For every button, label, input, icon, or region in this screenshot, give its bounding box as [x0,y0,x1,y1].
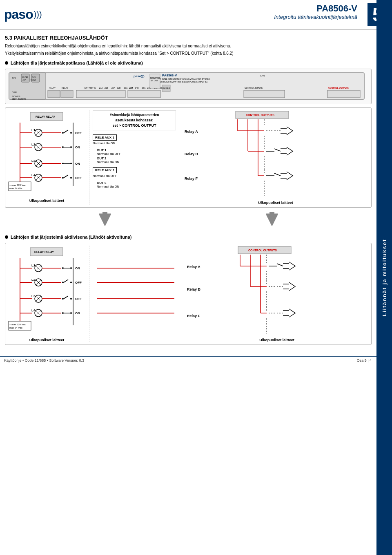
footer-left: Käyttöohje • Code 11/685 • Software Vers… [4,358,84,363]
svg-text:L2: L2 [31,278,36,282]
main-content: 5.3 PAIKALLISET RELEOHJAUSLÄHDÖT Releohj… [0,30,392,352]
svg-text:ON: ON [12,77,16,79]
diagram1-middle: Esimerkkejä lähtöparametrienasetuksesta … [89,110,179,205]
svg-line-136 [64,280,68,282]
diagram2-right-relays: CONTROL OUTPUTS Relay A Re [185,246,369,336]
wiring-diagram-2: RELAY RELAY L1 ON [5,243,372,345]
svg-text:max 24 Vdc: max 24 Vdc [9,187,22,190]
svg-point-145 [70,298,72,300]
svg-text:RELAY: RELAY [49,87,56,89]
svg-text:L4: L4 [31,309,36,312]
device-svg: ON OFF POWER 230V~ 50/60Hz FUSE 32A 24V … [7,71,366,101]
param-title: Esimerkkejä lähtöparametrienasetuksesta … [93,110,176,130]
svg-rect-21 [76,90,125,98]
out2-state: Normaali tila ON [97,160,176,164]
svg-point-44 [62,132,64,134]
svg-point-45 [70,132,72,134]
svg-text:Relay F: Relay F [185,177,198,181]
svg-text:L4: L4 [31,173,36,177]
out6-label: OUT 6 [97,181,176,185]
svg-text:CONTROL OUTPUTS: CONTROL OUTPUTS [248,249,277,252]
arrow-down-2 [264,212,280,229]
svg-text:CONTROL INPUTS: CONTROL INPUTS [245,87,263,89]
svg-point-65 [70,163,72,164]
diagram1-right: CONTROL OUTPUTS Relay A [179,110,369,205]
svg-text:230V~ 50/60Hz: 230V~ 50/60Hz [12,98,26,100]
diagram2-left: RELAY RELAY L1 ON [8,246,89,342]
svg-point-144 [62,298,64,300]
svg-text:OFF: OFF [75,176,82,180]
svg-point-134 [62,282,64,283]
svg-rect-27 [327,90,360,98]
svg-line-46 [64,130,68,133]
rele-aux-2: RELE AUX 2 Normaali tila OFF [93,167,176,178]
ulkopuoliset-2-left: Ulkopuoliset laitteet [8,338,86,342]
logo-text: paso [4,7,33,22]
svg-point-74 [62,177,64,179]
bullet-dot-2 [5,235,8,239]
svg-text:Relay A: Relay A [187,265,200,269]
svg-text:OFF: OFF [75,297,82,301]
svg-text:paso))): paso))) [134,74,145,78]
svg-rect-23 [128,90,160,98]
svg-point-75 [70,177,72,179]
svg-marker-112 [266,214,278,226]
svg-point-54 [62,146,64,148]
svg-rect-111 [102,212,107,215]
svg-text:PA8506-V: PA8506-V [162,74,177,77]
svg-text:BF OUT: BF OUT [151,79,158,82]
svg-point-154 [62,312,64,314]
control-outputs-terminal: CONTROL OUTPUTS Relay A [183,110,369,199]
switch-circuit-svg: RELAY RELAY L1 [8,110,85,196]
svg-text:OFF: OFF [12,91,17,94]
svg-text:ON: ON [75,162,80,166]
arrow-svg-1 [97,212,113,228]
rele-aux-2-label: RELE AUX 2 [93,167,117,173]
svg-rect-25 [244,90,285,98]
bullet-heading-1: Lähtöjen tila järjestelmälepotilassa (Lä… [5,60,372,65]
svg-text:ON: ON [75,311,80,315]
bullet-dot-1 [5,61,8,65]
svg-text:ON: ON [75,145,80,149]
section-desc2: Yksityiskohtaisemmin relelähtöjen ohjelm… [5,51,372,56]
svg-line-146 [64,296,68,299]
svg-text:L1: L1 [31,128,36,132]
product-model: PA8506-V [274,3,357,14]
out2-group: OUT 2 Normaali tila ON [93,157,176,164]
svg-line-171 [277,264,283,266]
footer-right: Osa 5 | 4 [357,358,372,363]
arrows-section [5,210,372,231]
svg-point-124 [62,267,64,269]
svg-text:CONTROL OUTPUTS: CONTROL OUTPUTS [328,87,349,89]
diagram1-left-terminal: RELAY RELAY L1 [8,110,86,197]
side-tab: Liitännät ja mitoitukset [376,0,392,555]
svg-rect-18 [61,90,73,98]
product-subtitle: Integroitu äänievakuointijärjestelmä [274,14,357,20]
wiring-diagram-1: RELAY RELAY L1 [5,107,372,208]
svg-text:RELAY   RELAY: RELAY RELAY [36,115,55,118]
svg-text:CONTROL OUTPUTS: CONTROL OUTPUTS [246,114,274,116]
logo-waves: ))) [34,10,42,19]
out1-state: Normaali tila OFF [97,152,176,156]
diagram1-left: RELAY RELAY L1 [8,110,89,205]
ulkopuoliset-1-right: Ulkopuoliset laitteet [183,201,369,205]
bullet1-text: Lähtöjen tila järjestelmälepotilassa (Lä… [11,60,143,65]
svg-text:OFF: OFF [75,131,82,135]
svg-line-76 [64,175,68,178]
svg-line-105 [274,173,281,176]
rele-aux-1: RELE AUX 1 Normaali tila ON [93,134,176,145]
out2-label: OUT 2 [97,157,176,160]
svg-text:LAN: LAN [260,74,265,77]
svg-text:32A: 32A [22,78,27,81]
out6-state: Normaali tila ON [97,185,176,188]
svg-line-96 [274,149,281,151]
svg-point-155 [70,312,72,314]
svg-text:L3: L3 [31,294,36,298]
svg-text:Z4A - Z4B — Z5A - Z5B — Z6A - : Z4A - Z4B — Z5A - Z5B — Z6A - Z6B — [129,87,166,89]
section-desc1: Releohjauslähtöjen esimerkkikytkentöjä o… [5,43,372,49]
svg-text:L2: L2 [31,143,36,146]
svg-text:Relay B: Relay B [185,152,198,156]
arrow-svg-2 [264,212,280,228]
svg-point-55 [70,146,72,148]
rele-aux-1-normaali: Normaali tila ON [93,141,176,145]
